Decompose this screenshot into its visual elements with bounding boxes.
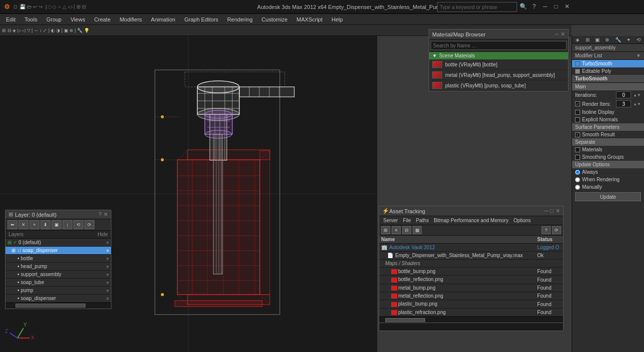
layer-btn-redo[interactable]: ⟳ bbox=[84, 220, 94, 229]
ts-when-rendering-radio[interactable] bbox=[575, 177, 580, 182]
layer-btn-delete[interactable]: ✕ bbox=[18, 220, 28, 229]
ts-render-iters-input[interactable] bbox=[616, 100, 631, 107]
material-browser-close[interactable]: ✕ bbox=[561, 31, 565, 37]
layer-sel-icon: □ bbox=[18, 248, 21, 253]
layers-icon: ⊞ bbox=[8, 211, 13, 218]
material-item-bottle[interactable]: bottle (VRayMtl) [bottle] bbox=[429, 59, 568, 70]
material-item-metal[interactable]: metal (VRayMtl) [head_pump, support_asse… bbox=[429, 70, 568, 80]
at-btn-2[interactable]: ≡ bbox=[392, 226, 401, 234]
maximize-button[interactable]: □ bbox=[552, 2, 561, 11]
layers-help[interactable]: ? bbox=[98, 211, 101, 218]
layer-label-default: 0 (default) bbox=[18, 240, 41, 245]
at-btn-3[interactable]: ⊟ bbox=[402, 226, 411, 234]
at-btn-refresh[interactable]: ⟳ bbox=[552, 226, 561, 234]
ts-iterations-input[interactable] bbox=[616, 91, 631, 98]
menu-modifiers[interactable]: Modifiers bbox=[115, 15, 146, 23]
at-menu-server[interactable]: Server bbox=[381, 217, 400, 224]
at-col-status[interactable]: Status bbox=[535, 236, 563, 244]
layers-scrollbar[interactable] bbox=[5, 303, 111, 309]
layer-item-head-pump[interactable]: • head_pump ≡ bbox=[5, 263, 111, 271]
at-scrollbar[interactable] bbox=[379, 317, 563, 323]
layers-toolbar: ⬅ ✕ + ⬇ ▣ ↕ ⟲ ⟳ bbox=[5, 219, 111, 231]
layer-btn-merge[interactable]: ↕ bbox=[62, 220, 72, 229]
ts-smoothing-groups-row: Smoothing Groups bbox=[572, 153, 644, 161]
layer-btn-move-down[interactable]: ⬇ bbox=[40, 220, 50, 229]
at-close[interactable]: ✕ bbox=[556, 208, 560, 214]
rp-icon-1[interactable]: ◈ bbox=[576, 37, 580, 42]
at-icon: ⚡ bbox=[382, 208, 389, 214]
menu-group[interactable]: Group bbox=[42, 15, 66, 23]
layer-btn-back[interactable]: ⬅ bbox=[7, 220, 17, 229]
help-button[interactable]: ? bbox=[530, 2, 539, 11]
rp-icon-5[interactable]: 🔧 bbox=[615, 37, 621, 42]
at-search-bar[interactable] bbox=[379, 323, 563, 331]
modifier-editable-poly[interactable]: Editable Poly bbox=[572, 67, 644, 75]
search-button[interactable]: 🔍 bbox=[519, 2, 528, 11]
ts-render-iters-check[interactable] bbox=[575, 101, 580, 106]
modifier-list-dropdown[interactable]: ▼ bbox=[636, 53, 641, 58]
rp-icon-7[interactable]: ⟲ bbox=[637, 37, 641, 42]
material-browser-title-bar[interactable]: Material/Map Browser ─ ✕ bbox=[429, 29, 568, 39]
layer-item-bottle[interactable]: • bottle ≡ bbox=[5, 255, 111, 263]
ts-main: Main bbox=[572, 83, 644, 90]
ts-isoline-check[interactable] bbox=[575, 110, 580, 115]
ts-explicit-normals-check[interactable] bbox=[575, 117, 580, 122]
layer-item-soap-dispenser2[interactable]: • soap_dispenser ≡ bbox=[5, 295, 111, 303]
at-scrollbar-thumb[interactable] bbox=[385, 318, 425, 322]
ts-update-button[interactable]: Update bbox=[575, 192, 641, 201]
at-vault-icon: 🏢 bbox=[381, 245, 387, 250]
layers-scrollbar-thumb[interactable] bbox=[15, 304, 85, 308]
ts-materials-check[interactable] bbox=[575, 147, 580, 152]
ts-smooth-result-check[interactable] bbox=[575, 132, 580, 137]
at-menu-file[interactable]: File bbox=[401, 217, 413, 224]
at-menu-options[interactable]: Options bbox=[512, 217, 533, 224]
ts-always-radio[interactable] bbox=[575, 170, 580, 175]
layer-label-soap-tube: soap_tube bbox=[21, 280, 44, 285]
layer-btn-undo[interactable]: ⟲ bbox=[73, 220, 83, 229]
menu-help[interactable]: Help bbox=[328, 15, 347, 23]
ts-smoothing-groups-check[interactable] bbox=[575, 155, 580, 160]
material-search-input[interactable] bbox=[431, 41, 567, 50]
layer-hide-head-pump: ≡ bbox=[106, 264, 109, 269]
rp-icon-2[interactable]: ⊞ bbox=[586, 37, 590, 42]
at-btn-help[interactable]: ? bbox=[542, 226, 551, 234]
menu-tools[interactable]: Tools bbox=[20, 15, 41, 23]
at-menu-paths[interactable]: Paths bbox=[414, 217, 431, 224]
at-btn-4[interactable]: ▦ bbox=[413, 226, 422, 234]
at-btn-1[interactable]: ⊞ bbox=[381, 226, 390, 234]
right-panel-toolbar: ◈ ⊞ ▣ ⊕ 🔧 ✦ ⟲ bbox=[572, 36, 644, 44]
modifier-turbosmooth[interactable]: TurboSmooth bbox=[572, 60, 644, 67]
layers-close[interactable]: ✕ bbox=[103, 211, 108, 218]
layer-item-support-assembly[interactable]: • support_assembly ≡ bbox=[5, 271, 111, 279]
menu-edit[interactable]: Edit bbox=[2, 15, 19, 23]
layer-item-default[interactable]: ⊞ ✓ 0 (default) ≡ bbox=[5, 239, 111, 247]
layer-item-soap-tube[interactable]: • soap_tube ≡ bbox=[5, 279, 111, 287]
minimize-button[interactable]: ─ bbox=[541, 2, 550, 11]
menu-maxscript[interactable]: MAXScript bbox=[293, 15, 327, 23]
at-menu-bitmap[interactable]: Bitmap Performance and Memory bbox=[432, 217, 511, 224]
material-browser-minimize[interactable]: ─ bbox=[555, 31, 559, 37]
layer-item-pump[interactable]: • pump ≡ bbox=[5, 287, 111, 295]
material-item-plastic[interactable]: plastic (VRayMtl) [pump, soap_tube] bbox=[429, 80, 568, 91]
search-bar[interactable]: Type a keyword or phrase bbox=[437, 2, 517, 12]
at-maximize[interactable]: □ bbox=[550, 208, 554, 214]
close-button[interactable]: ✕ bbox=[563, 2, 572, 11]
layer-item-soap-dispenser[interactable]: ⊞ □ soap_dispenser ≡ bbox=[5, 247, 111, 255]
rp-icon-4[interactable]: ⊕ bbox=[605, 37, 609, 42]
menu-create[interactable]: Create bbox=[90, 15, 114, 23]
menu-views[interactable]: Views bbox=[66, 15, 89, 23]
menu-customize[interactable]: Customize bbox=[258, 15, 292, 23]
menu-rendering[interactable]: Rendering bbox=[223, 15, 257, 23]
app-logo[interactable]: ⚙ bbox=[4, 3, 10, 10]
menu-animation[interactable]: Animation bbox=[147, 15, 179, 23]
at-minimize[interactable]: ─ bbox=[545, 208, 549, 214]
menu-graph-editors[interactable]: Graph Editors bbox=[180, 15, 222, 23]
at-col-name[interactable]: Name bbox=[379, 236, 535, 244]
rp-icon-6[interactable]: ✦ bbox=[627, 37, 631, 42]
ts-manually-radio[interactable] bbox=[575, 185, 580, 190]
asset-tracking-title-bar[interactable]: ⚡ Asset Tracking ─ □ ✕ bbox=[379, 206, 563, 216]
svg-point-46 bbox=[205, 110, 232, 118]
layer-btn-select[interactable]: ▣ bbox=[51, 220, 61, 229]
rp-icon-3[interactable]: ▣ bbox=[595, 37, 600, 42]
layer-btn-add[interactable]: + bbox=[29, 220, 39, 229]
